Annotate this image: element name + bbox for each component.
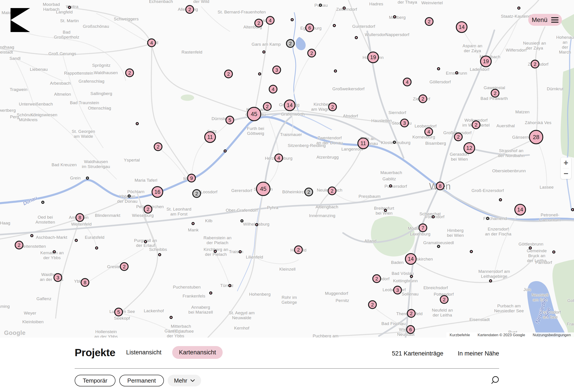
map-dot-marker[interactable]	[499, 198, 502, 201]
map-dot-marker[interactable]	[258, 72, 261, 75]
map-dot-marker[interactable]	[393, 141, 396, 144]
search-button[interactable]	[490, 375, 500, 385]
map-cluster-marker[interactable]: 6	[406, 325, 415, 334]
map-cluster-marker[interactable]: 5	[114, 308, 123, 317]
map-cluster-marker[interactable]: 5	[226, 116, 234, 125]
map-dot-marker[interactable]	[214, 250, 217, 253]
map-dot-marker[interactable]	[255, 223, 258, 226]
map-dot-marker[interactable]	[240, 219, 244, 223]
map-dot-marker[interactable]	[455, 71, 458, 74]
map-cluster-marker[interactable]: 2	[372, 274, 381, 283]
filter-chip-temporaer[interactable]: Temporär	[75, 375, 116, 386]
map-dot-marker[interactable]	[144, 240, 147, 243]
attribution-shortcuts-link[interactable]: Kurzbefehle	[450, 333, 470, 337]
map-cluster-marker[interactable]: 3	[393, 286, 402, 295]
map-cluster-marker[interactable]: 2	[305, 188, 313, 196]
map-dot-marker[interactable]	[95, 246, 98, 250]
map-dot-marker[interactable]	[86, 177, 89, 180]
map-dot-marker[interactable]	[343, 6, 346, 10]
map-dot-marker[interactable]	[41, 201, 44, 204]
map-dot-marker[interactable]	[489, 279, 492, 282]
map-cluster-marker[interactable]: 4	[274, 154, 283, 162]
map-dot-marker[interactable]	[333, 24, 336, 27]
map-cluster-marker[interactable]: 3	[400, 119, 409, 128]
map-cluster-marker[interactable]: 2	[125, 69, 134, 77]
map-dot-marker[interactable]	[191, 222, 195, 225]
map-cluster-marker[interactable]: 19	[367, 52, 379, 63]
map-cluster-marker[interactable]: 2	[328, 103, 337, 111]
map-dot-marker[interactable]	[228, 284, 231, 287]
map-cluster-marker[interactable]: 2	[472, 121, 480, 129]
map-cluster-marker[interactable]: 3	[272, 66, 281, 74]
menu-button[interactable]: Menü	[528, 14, 562, 26]
map-cluster-marker[interactable]: 45	[256, 182, 270, 196]
map-dot-marker[interactable]	[224, 149, 227, 152]
filter-chip-mehr[interactable]: Mehr	[168, 375, 201, 386]
map-cluster-marker[interactable]: 45	[247, 107, 261, 121]
map-dot-marker[interactable]	[571, 208, 574, 211]
map-dot-marker[interactable]	[68, 6, 71, 9]
map-dot-marker[interactable]	[393, 15, 396, 18]
map-cluster-marker[interactable]: 8	[436, 182, 445, 190]
map-cluster-marker[interactable]: 8	[81, 278, 89, 287]
map-dot-marker[interactable]	[355, 36, 358, 39]
map-dot-marker[interactable]	[517, 6, 520, 10]
map-cluster-marker[interactable]: 19	[480, 56, 492, 67]
map-dot-marker[interactable]	[30, 234, 33, 237]
map-dot-marker[interactable]	[529, 246, 532, 250]
map-dot-marker[interactable]	[432, 215, 435, 218]
map-cluster-marker[interactable]: 2	[440, 295, 449, 304]
map-cluster-marker[interactable]: 2	[419, 94, 427, 103]
map-dot-marker[interactable]	[128, 194, 131, 198]
map-dot-marker[interactable]	[334, 69, 337, 73]
map-cluster-marker[interactable]: 2	[454, 133, 463, 141]
zoom-in-button[interactable]: +	[561, 157, 571, 168]
map-cluster-marker[interactable]: 2	[192, 189, 201, 198]
map-cluster-marker[interactable]: 14	[284, 99, 295, 111]
map-cluster-marker[interactable]: 12	[463, 142, 475, 154]
map-cluster-marker[interactable]: 2	[286, 39, 295, 48]
map-dot-marker[interactable]	[552, 250, 555, 254]
map-cluster-marker[interactable]: 2	[185, 5, 194, 14]
map-dot-marker[interactable]	[389, 184, 392, 187]
map-cluster-marker[interactable]: 2	[308, 49, 316, 57]
map-cluster-marker[interactable]: 3	[54, 273, 62, 282]
filter-chip-permanent[interactable]: Permanent	[119, 375, 164, 386]
map-cluster-marker[interactable]: 2	[263, 102, 272, 111]
map-dot-marker[interactable]	[384, 209, 387, 212]
map-cluster-marker[interactable]: 4	[424, 128, 433, 136]
map-dot-marker[interactable]	[437, 67, 440, 70]
tab-listenansicht[interactable]: Listenansicht	[125, 346, 162, 359]
map-cluster-marker[interactable]: 11	[357, 138, 369, 149]
map-canvas[interactable]: MaloMoorbad HarbachWeitraLangfeldSt. Mar…	[0, 0, 574, 337]
map-dot-marker[interactable]	[262, 50, 266, 54]
map-cluster-marker[interactable]: 9	[187, 174, 196, 183]
tab-kartenansicht[interactable]: Kartenansicht	[172, 346, 223, 359]
map-dot-marker[interactable]	[486, 217, 489, 220]
map-dot-marker[interactable]	[291, 18, 294, 21]
map-cluster-marker[interactable]: 4	[147, 38, 156, 47]
map-cluster-marker[interactable]: 6	[305, 23, 314, 32]
map-cluster-marker[interactable]: 14	[514, 204, 526, 215]
map-cluster-marker[interactable]: 2	[144, 205, 152, 214]
near-me-button[interactable]: In meiner Nähe	[458, 350, 499, 357]
map-dot-marker[interactable]	[319, 4, 322, 7]
map-dot-marker[interactable]	[136, 122, 139, 125]
map-dot-marker[interactable]	[53, 250, 56, 253]
map-cluster-marker[interactable]: 8	[76, 213, 84, 222]
map-cluster-marker[interactable]: 14	[456, 21, 468, 33]
map-cluster-marker[interactable]: 14	[405, 253, 417, 265]
map-cluster-marker[interactable]: 2	[328, 187, 337, 195]
map-cluster-marker[interactable]: 28	[529, 130, 543, 144]
zoom-out-button[interactable]: −	[561, 168, 571, 179]
map-cluster-marker[interactable]: 4	[403, 78, 412, 86]
map-cluster-marker[interactable]: 2	[368, 300, 377, 309]
map-dot-marker[interactable]	[410, 275, 413, 278]
map-cluster-marker[interactable]: 4	[269, 85, 278, 94]
map-cluster-marker[interactable]: 11	[204, 131, 216, 143]
map-cluster-marker[interactable]: 2	[154, 142, 163, 151]
map-dot-marker[interactable]	[75, 239, 78, 242]
map-cluster-marker[interactable]: 2	[120, 262, 129, 271]
map-cluster-marker[interactable]: 7	[419, 224, 427, 232]
attribution-terms-link[interactable]: Nutzungsbedingungen	[533, 333, 571, 337]
